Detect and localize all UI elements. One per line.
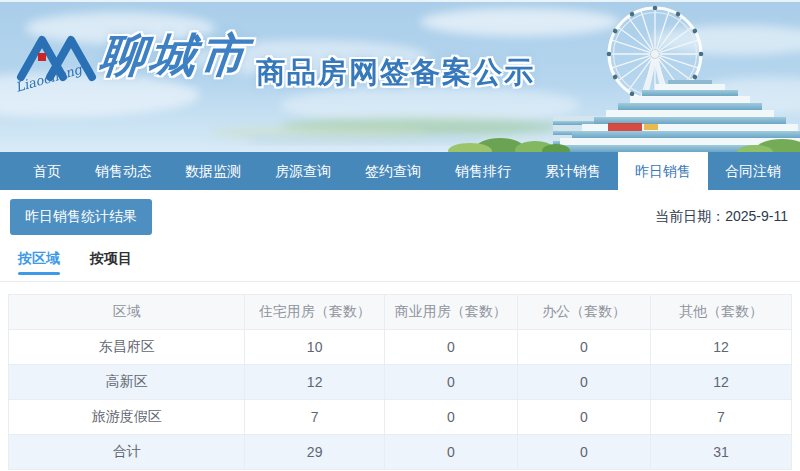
tab-by-region[interactable]: 按区域 xyxy=(18,250,60,281)
nav-item-sales-dynamics[interactable]: 销售动态 xyxy=(78,152,168,190)
nav-item-signing-query[interactable]: 签约查询 xyxy=(348,152,438,190)
nav-item-yesterday-sales[interactable]: 昨日销售 xyxy=(618,152,708,190)
liaocheng-logo-icon: Liaocheng xyxy=(14,30,98,96)
sales-table: 区域 住宅用房（套数） 商业用房（套数） 办公（套数） 其他（套数） 东昌府区 … xyxy=(8,294,792,470)
table-row-gaoxin: 高新区 12 0 0 12 xyxy=(9,365,792,400)
nav-item-data-monitoring[interactable]: 数据监测 xyxy=(168,152,258,190)
toolbar-row: 昨日销售统计结果 当前日期：2025-9-11 xyxy=(0,190,800,235)
col-header-residential: 住宅用房（套数） xyxy=(245,295,384,330)
nav-item-contract-cancellation[interactable]: 合同注销 xyxy=(708,152,798,190)
cell-region: 合计 xyxy=(9,435,245,470)
table-row-dongchangfu: 东昌府区 10 0 0 12 xyxy=(9,330,792,365)
cell-commercial: 0 xyxy=(384,330,517,365)
yesterday-sales-result-button[interactable]: 昨日销售统计结果 xyxy=(10,199,152,235)
table-header-row: 区域 住宅用房（套数） 商业用房（套数） 办公（套数） 其他（套数） xyxy=(9,295,792,330)
cell-office: 0 xyxy=(517,435,650,470)
cell-region: 高新区 xyxy=(9,365,245,400)
nav-item-home[interactable]: 首页 xyxy=(16,152,78,190)
cell-region: 东昌府区 xyxy=(9,330,245,365)
cell-other: 31 xyxy=(651,435,792,470)
city-name: 聊城市 xyxy=(97,30,252,81)
current-date: 当前日期：2025-9-11 xyxy=(655,208,788,226)
col-header-office: 办公（套数） xyxy=(517,295,650,330)
current-date-value: 2025-9-11 xyxy=(725,208,788,224)
main-navbar: 首页 销售动态 数据监测 房源查询 签约查询 销售排行 累计销售 昨日销售 合同… xyxy=(0,152,800,190)
page-title: 商品房网签备案公示 xyxy=(256,57,535,89)
cell-other: 7 xyxy=(651,400,792,435)
col-header-other: 其他（套数） xyxy=(651,295,792,330)
nav-item-sales-ranking[interactable]: 销售排行 xyxy=(438,152,528,190)
table-row-tourism-resort: 旅游度假区 7 0 0 7 xyxy=(9,400,792,435)
cell-commercial: 0 xyxy=(384,400,517,435)
table-row-total: 合计 29 0 0 31 xyxy=(9,435,792,470)
col-header-commercial: 商业用房（套数） xyxy=(384,295,517,330)
cell-other: 12 xyxy=(651,330,792,365)
cell-residential: 29 xyxy=(245,435,384,470)
cell-office: 0 xyxy=(517,330,650,365)
nav-item-cumulative-sales[interactable]: 累计销售 xyxy=(528,152,618,190)
cell-commercial: 0 xyxy=(384,365,517,400)
nav-item-listing-query[interactable]: 房源查询 xyxy=(258,152,348,190)
header-banner: Liaocheng 聊城市 商品房网签备案公示 xyxy=(0,0,800,152)
view-tabs: 按区域 按项目 xyxy=(0,250,800,282)
cell-office: 0 xyxy=(517,400,650,435)
cell-office: 0 xyxy=(517,365,650,400)
cell-commercial: 0 xyxy=(384,435,517,470)
current-date-label: 当前日期： xyxy=(655,208,725,224)
cell-residential: 7 xyxy=(245,400,384,435)
cell-residential: 10 xyxy=(245,330,384,365)
cell-region: 旅游度假区 xyxy=(9,400,245,435)
cell-residential: 12 xyxy=(245,365,384,400)
col-header-region: 区域 xyxy=(9,295,245,330)
cell-other: 12 xyxy=(651,365,792,400)
tab-by-project[interactable]: 按项目 xyxy=(90,250,132,281)
content-area: 昨日销售统计结果 当前日期：2025-9-11 按区域 按项目 区域 住宅用房（… xyxy=(0,190,800,470)
